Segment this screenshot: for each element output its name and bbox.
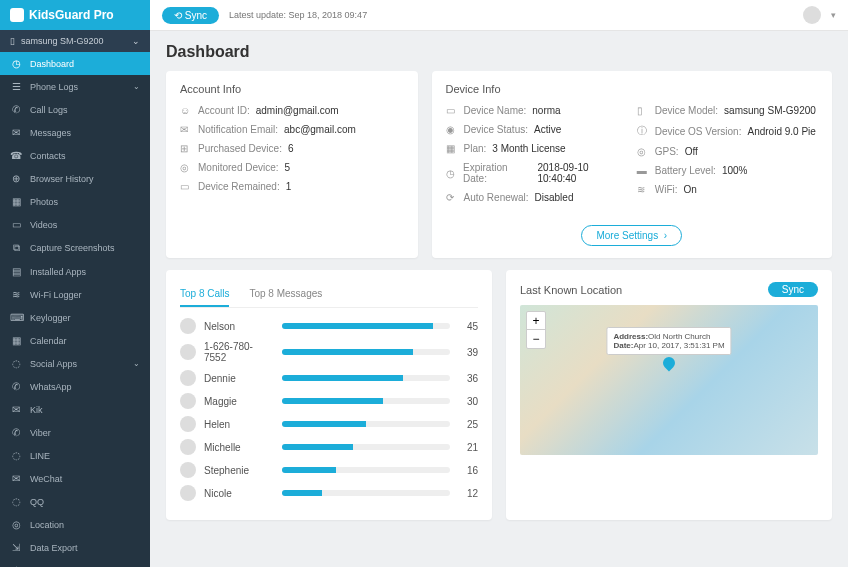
- info-line: ▬Battery Level: 100%: [637, 165, 818, 176]
- nav-item-installed-apps[interactable]: ▤Installed Apps: [0, 260, 150, 283]
- nav-item-phone-logs[interactable]: ☰Phone Logs⌄: [0, 75, 150, 98]
- info-line: ⊞Purchased Device: 6: [180, 143, 404, 154]
- brand: KidsGuard Pro: [0, 0, 150, 30]
- nav-item-qq[interactable]: ◌QQ: [0, 490, 150, 513]
- call-row: 1-626-780-755239: [180, 341, 478, 363]
- nav-icon: ✆: [10, 104, 22, 115]
- chevron-down-icon: ⌄: [133, 359, 140, 368]
- tab-top-messages[interactable]: Top 8 Messages: [249, 282, 322, 307]
- nav-item-messages[interactable]: ✉Messages: [0, 121, 150, 144]
- location-sync-button[interactable]: Sync: [768, 282, 818, 297]
- avatar: [180, 485, 196, 501]
- nav-icon: ◌: [10, 358, 22, 369]
- device-title: Device Info: [446, 83, 819, 95]
- avatar: [180, 393, 196, 409]
- tab-top-calls[interactable]: Top 8 Calls: [180, 282, 229, 307]
- call-row: Dennie36: [180, 370, 478, 386]
- nav-item-wechat[interactable]: ✉WeChat: [0, 467, 150, 490]
- info-icon: ⊞: [180, 143, 192, 154]
- nav-item-videos[interactable]: ▭Videos: [0, 213, 150, 236]
- top-calls-card: Top 8 Calls Top 8 Messages Nelson451-626…: [166, 270, 492, 520]
- info-icon: ◎: [180, 162, 192, 173]
- info-icon: ▬: [637, 165, 649, 176]
- info-icon: ▭: [446, 105, 458, 116]
- info-line: ◷Expiration Date: 2018-09-10 10:40:40: [446, 162, 627, 184]
- info-icon: ☺: [180, 105, 192, 116]
- info-line: ◎GPS: Off: [637, 146, 818, 157]
- map-zoom: + −: [526, 311, 546, 349]
- account-info-card: Account Info ☺Account ID: admin@gmail.co…: [166, 71, 418, 258]
- info-line: ▭Device Remained: 1: [180, 181, 404, 192]
- info-line: ≋WiFi: On: [637, 184, 818, 195]
- nav-item-call-logs[interactable]: ✆Call Logs: [0, 98, 150, 121]
- avatar: [180, 416, 196, 432]
- nav-icon: ⌨: [10, 312, 22, 323]
- nav-item-wi-fi-logger[interactable]: ≋Wi-Fi Logger: [0, 283, 150, 306]
- map[interactable]: + − Address:Old North Church Date:Apr 10…: [520, 305, 818, 455]
- info-line: ⓘDevice OS Version: Android 9.0 Pie: [637, 124, 818, 138]
- nav-icon: ⊕: [10, 173, 22, 184]
- user-avatar[interactable]: [803, 6, 821, 24]
- nav-icon: ⧉: [10, 242, 22, 254]
- call-row: Maggie30: [180, 393, 478, 409]
- nav-icon: ⇲: [10, 542, 22, 553]
- nav-item-viber[interactable]: ✆Viber: [0, 421, 150, 444]
- chevron-down-icon[interactable]: ▾: [831, 10, 836, 20]
- page-title: Dashboard: [166, 43, 832, 61]
- info-icon: ◷: [446, 168, 458, 179]
- avatar: [180, 318, 196, 334]
- info-icon: ◎: [637, 146, 649, 157]
- info-icon: ◉: [446, 124, 458, 135]
- nav-icon: ✉: [10, 127, 22, 138]
- nav-item-whatsapp[interactable]: ✆WhatsApp: [0, 375, 150, 398]
- info-line: ▭Device Name: norma: [446, 105, 627, 116]
- nav-item-keylogger[interactable]: ⌨Keylogger: [0, 306, 150, 329]
- nav-icon: ▤: [10, 266, 22, 277]
- call-row: Nicole12: [180, 485, 478, 501]
- info-line: ✉Notification Email: abc@gmail.com: [180, 124, 404, 135]
- nav-item-contacts[interactable]: ☎Contacts: [0, 144, 150, 167]
- nav-item-calendar[interactable]: ▦Calendar: [0, 329, 150, 352]
- phone-icon: ▯: [10, 36, 15, 46]
- nav-icon: ◷: [10, 58, 22, 69]
- nav-item-dashboard[interactable]: ◷Dashboard: [0, 52, 150, 75]
- nav-item-settings[interactable]: ⚙Settings: [0, 559, 150, 567]
- nav-item-capture-screenshots[interactable]: ⧉Capture Screenshots: [0, 236, 150, 260]
- last-update: Latest update: Sep 18, 2018 09:47: [229, 10, 367, 20]
- info-line: ▯Device Model: samsung SM-G9200: [637, 105, 818, 116]
- nav-item-photos[interactable]: ▦Photos: [0, 190, 150, 213]
- call-row: Stephenie16: [180, 462, 478, 478]
- sync-button[interactable]: ⟲ Sync: [162, 7, 219, 24]
- nav-icon: ☰: [10, 81, 22, 92]
- nav-icon: ▭: [10, 219, 22, 230]
- map-pin-icon: [661, 355, 678, 372]
- content: Dashboard Account Info ☺Account ID: admi…: [150, 31, 848, 567]
- info-icon: ⓘ: [637, 124, 649, 138]
- nav-item-line[interactable]: ◌LINE: [0, 444, 150, 467]
- info-line: ☺Account ID: admin@gmail.com: [180, 105, 404, 116]
- nav-item-kik[interactable]: ✉Kik: [0, 398, 150, 421]
- device-selector[interactable]: ▯samsung SM-G9200 ⌄: [0, 30, 150, 52]
- nav-item-data-export[interactable]: ⇲Data Export: [0, 536, 150, 559]
- info-line: ▦Plan: 3 Month License: [446, 143, 627, 154]
- nav-list: ◷Dashboard☰Phone Logs⌄✆Call Logs✉Message…: [0, 52, 150, 567]
- info-line: ◎Monitored Device: 5: [180, 162, 404, 173]
- chevron-down-icon: ⌄: [133, 82, 140, 91]
- device-info-card: Device Info ▭Device Name: norma◉Device S…: [432, 71, 833, 258]
- info-icon: ▯: [637, 105, 649, 116]
- avatar: [180, 344, 196, 360]
- info-icon: ⟳: [446, 192, 458, 203]
- nav-item-location[interactable]: ◎Location: [0, 513, 150, 536]
- more-settings-button[interactable]: More Settings ›: [581, 225, 682, 246]
- info-icon: ✉: [180, 124, 192, 135]
- nav-item-browser-history[interactable]: ⊕Browser History: [0, 167, 150, 190]
- nav-icon: ✉: [10, 404, 22, 415]
- call-row: Helen25: [180, 416, 478, 432]
- nav-icon: ▦: [10, 335, 22, 346]
- zoom-in-button[interactable]: +: [527, 312, 545, 330]
- info-icon: ▭: [180, 181, 192, 192]
- account-title: Account Info: [180, 83, 404, 95]
- zoom-out-button[interactable]: −: [527, 330, 545, 348]
- nav-icon: ◌: [10, 496, 22, 507]
- nav-item-social-apps[interactable]: ◌Social Apps⌄: [0, 352, 150, 375]
